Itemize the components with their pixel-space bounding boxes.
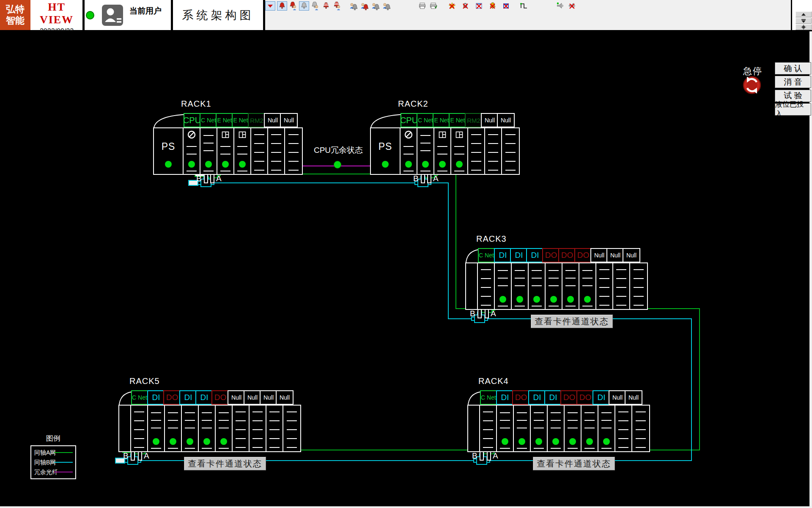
- slot-label: RM2: [250, 117, 263, 124]
- card-vent: [271, 152, 281, 153]
- slot-card-null: [268, 128, 285, 174]
- user-icon[interactable]: [102, 4, 123, 28]
- connector-a: [487, 451, 491, 461]
- slot-card-di: [512, 263, 529, 309]
- card-status-dot: [533, 296, 540, 303]
- card-status-dot: [220, 438, 227, 445]
- card-vent: [237, 171, 247, 171]
- view-channels-button-rack3[interactable]: 查看卡件通道状态: [531, 315, 613, 328]
- user-alarm-gray-3-icon[interactable]: [381, 1, 391, 11]
- rack-body: PS: [370, 127, 520, 175]
- print-icon[interactable]: [417, 1, 428, 11]
- card-vent: [582, 278, 593, 279]
- rack-rack2: RACK2CPUC NetE NetE NetRM2NullNullPSBA: [370, 99, 520, 186]
- user-alarm-red-icon[interactable]: [359, 1, 369, 11]
- connector-label-b: B: [413, 174, 419, 183]
- no-entry-icon: [404, 130, 413, 141]
- slot-label: Null: [284, 117, 294, 124]
- slot-label: E Net: [450, 117, 465, 124]
- card-vent: [515, 306, 525, 306]
- card-vent: [187, 154, 197, 155]
- alarm-red-bell-icon[interactable]: [277, 1, 287, 11]
- level-engaged-button[interactable]: 液位已投入: [775, 103, 811, 116]
- card-vent: [168, 420, 178, 421]
- card-vent: [634, 287, 644, 288]
- slot-label: C Net: [481, 394, 496, 401]
- slot-card-do: [216, 406, 233, 451]
- user-alarm-gray-2-icon[interactable]: [370, 1, 380, 11]
- card-vent: [187, 146, 197, 147]
- disable-zero-icon[interactable]: 0: [461, 1, 471, 11]
- slot-label: CPU: [400, 116, 418, 125]
- card-status-dot: [584, 296, 591, 303]
- slot-label: Null: [263, 394, 274, 401]
- rack-body: [118, 405, 301, 452]
- alarm-striped-bell-icon[interactable]: [321, 1, 331, 11]
- card-vent: [203, 171, 214, 171]
- card-vent: [254, 134, 264, 135]
- card-vent: [517, 420, 527, 421]
- slot-label: DO: [515, 393, 527, 402]
- card-status-dot: [422, 161, 429, 168]
- card-vent: [568, 420, 578, 421]
- connector-label-a: A: [216, 174, 222, 183]
- card-vent: [271, 161, 281, 162]
- announce-off-icon[interactable]: [567, 1, 577, 11]
- slot-card-di: [548, 406, 565, 451]
- card-vent: [187, 171, 197, 171]
- view-channels-button-rack5[interactable]: 查看卡件通道状态: [184, 457, 266, 470]
- disable-window-icon[interactable]: [474, 1, 484, 11]
- scroll-end-button[interactable]: [796, 18, 812, 24]
- card-status-dot: [586, 438, 593, 445]
- card-vent: [488, 134, 498, 135]
- card-vent: [134, 429, 144, 430]
- connector-b: [131, 451, 135, 461]
- disable-bell-icon[interactable]: [488, 1, 498, 11]
- card-vent: [584, 448, 595, 449]
- confirm-button[interactable]: 确 认: [775, 62, 811, 75]
- connector-a: [138, 451, 142, 461]
- user-alarm-gray-1-icon[interactable]: [348, 1, 358, 11]
- card-status-dot: [518, 438, 525, 445]
- card-vent: [254, 161, 264, 162]
- alarm-gray-bell-user-icon[interactable]: [310, 1, 320, 11]
- connector-b: [204, 174, 208, 183]
- scroll-up-button[interactable]: [796, 11, 812, 17]
- alarm-gray-bell-icon[interactable]: [299, 1, 309, 11]
- card-status-dot: [603, 438, 610, 445]
- slot-header-rm2: RM2: [465, 113, 483, 127]
- card-status-dot: [170, 438, 176, 445]
- alarm-striped-bell-user-icon[interactable]: [332, 1, 342, 11]
- diagram-canvas: RACK1CPUC NetE NetE NetRM2NullNullPSBARA…: [0, 31, 812, 506]
- trace-step-icon[interactable]: [519, 1, 529, 11]
- connector-label-a: A: [144, 451, 149, 461]
- alarm-dropdown-icon[interactable]: [265, 1, 275, 11]
- slot-header-cnet: C Net: [200, 113, 217, 127]
- estop-button[interactable]: [742, 75, 762, 95]
- alarm-red-bell-user-icon[interactable]: [288, 1, 298, 11]
- slot-label: E Net: [217, 117, 232, 124]
- card-vent: [168, 448, 178, 449]
- card-vent: [254, 152, 264, 153]
- view-channels-button-rack4[interactable]: 查看卡件通道状态: [533, 457, 615, 470]
- slot-label: Null: [594, 252, 604, 259]
- card-status-dot: [188, 161, 195, 168]
- legend-item: 冗余光纤: [31, 468, 75, 476]
- print-setup-icon[interactable]: [428, 1, 439, 11]
- card-vent: [582, 285, 593, 286]
- disable-panel-icon[interactable]: [501, 1, 511, 11]
- connector-label-b: B: [470, 309, 475, 318]
- disable-star-icon[interactable]: [447, 1, 457, 11]
- rack-title: RACK5: [129, 376, 160, 386]
- slot-card-do: [514, 406, 531, 451]
- card-vent: [532, 270, 542, 271]
- card-status-dot: [569, 438, 576, 445]
- slot-card-null: [266, 406, 283, 451]
- card-vent: [616, 278, 626, 279]
- slot-header-di: DI: [526, 248, 544, 262]
- misc-button[interactable]: [796, 24, 812, 30]
- card-vent: [287, 438, 297, 439]
- card-vent: [252, 429, 263, 430]
- announce-on-icon[interactable]: [555, 1, 565, 11]
- mute-button[interactable]: 消 音: [775, 76, 811, 88]
